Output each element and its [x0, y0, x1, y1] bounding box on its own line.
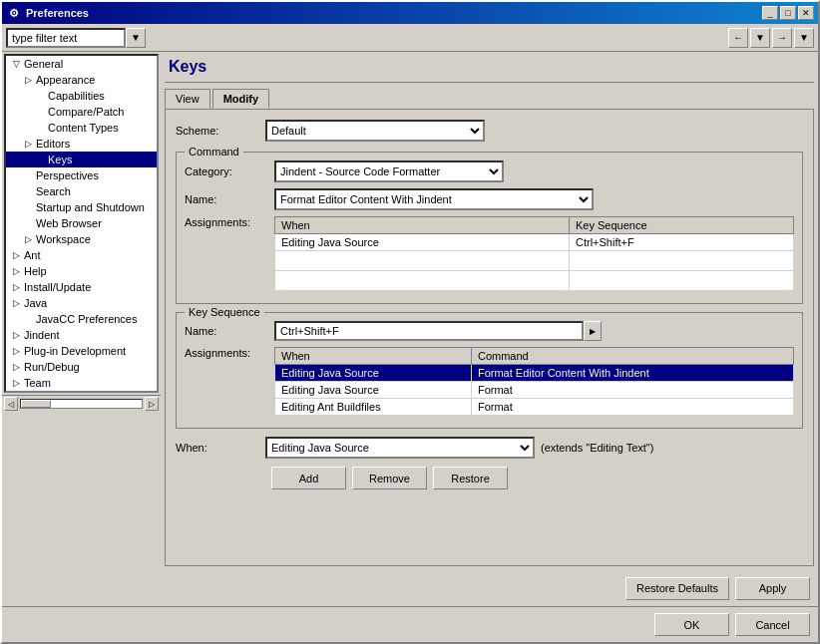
key-name-input[interactable]: [274, 321, 584, 341]
nav-dropdown-button2[interactable]: ▼: [794, 28, 814, 48]
filter-input[interactable]: [6, 28, 126, 48]
table-row[interactable]: Editing Java Source Format: [275, 382, 794, 399]
window-title: Preferences: [26, 7, 762, 19]
col-command2: Command: [471, 348, 793, 365]
table-row[interactable]: Editing Ant Buildfiles Format: [275, 399, 794, 416]
ok-button[interactable]: OK: [654, 613, 729, 636]
remove-button[interactable]: Remove: [352, 467, 427, 489]
spacer-icon: [22, 217, 34, 229]
table-row[interactable]: Editing Java Source Format Editor Conten…: [275, 365, 794, 382]
tree-item-plugin-dev[interactable]: ▷ Plug-in Development: [6, 343, 157, 359]
close-button[interactable]: ✕: [798, 6, 814, 20]
key-assignments-table: When Command Editing Java Source Format …: [274, 347, 794, 416]
tree-item-label: Jindent: [24, 329, 59, 341]
forward-button[interactable]: →: [772, 28, 792, 48]
when-cell: Editing Java Source: [275, 234, 570, 251]
back-button[interactable]: ←: [728, 28, 748, 48]
expand-icon: ▷: [22, 74, 34, 86]
key-assignments-label: Assignments:: [185, 347, 274, 359]
expand-icon: ▽: [10, 58, 22, 70]
key-name-input-wrapper: ▶: [274, 321, 602, 341]
filter-dropdown-button[interactable]: ▼: [126, 28, 146, 48]
tree-item-jindent[interactable]: ▷ Jindent: [6, 327, 157, 343]
category-select[interactable]: Jindent - Source Code Formatter: [274, 161, 504, 182]
spacer-icon: [22, 201, 34, 213]
bottom-actions: Restore Defaults Apply: [2, 570, 818, 606]
tab-view[interactable]: View: [165, 89, 210, 109]
tree-item-java[interactable]: ▷ Java: [6, 295, 157, 311]
assignments-row: Assignments: When Key Sequence: [185, 216, 794, 291]
col-when: When: [275, 217, 570, 234]
tree-item-label: Appearance: [36, 74, 95, 86]
tree-item-team[interactable]: ▷ Team: [6, 375, 157, 391]
nav-dropdown-button[interactable]: ▼: [750, 28, 770, 48]
tree-item-appearance[interactable]: ▷ Appearance: [6, 72, 157, 88]
tree-item-editors[interactable]: ▷ Editors: [6, 136, 157, 152]
cancel-button[interactable]: Cancel: [735, 613, 810, 636]
tab-modify[interactable]: Modify: [212, 89, 269, 109]
tree-item-label: Run/Debug: [24, 361, 80, 373]
when-cell: Editing Ant Buildfiles: [275, 399, 472, 416]
tree-item-javacc[interactable]: JavaCC Preferences: [6, 311, 157, 327]
table-row-empty2: [275, 271, 794, 291]
minimize-button[interactable]: _: [762, 6, 778, 20]
tree-item-label: Workspace: [36, 233, 91, 245]
maximize-button[interactable]: □: [780, 6, 796, 20]
command-group-title: Command: [185, 146, 243, 158]
tree-item-perspectives[interactable]: Perspectives: [6, 167, 157, 183]
spacer-icon: [22, 169, 34, 181]
tree-item-label: Java: [24, 297, 47, 309]
tree-item-help[interactable]: ▷ Help: [6, 263, 157, 279]
bottom-section: Restore Defaults Apply OK Cancel: [2, 570, 818, 642]
main-layout: ▽ General ▷ Appearance Capabilities Comp…: [2, 52, 818, 570]
spacer-icon: [34, 106, 46, 118]
tree-item-compare-patch[interactable]: Compare/Patch: [6, 104, 157, 120]
window-icon: ⚙: [6, 5, 22, 21]
tree-item-label: Plug-in Development: [24, 345, 126, 357]
scheme-row: Scheme: Default: [176, 120, 803, 142]
scheme-select[interactable]: Default: [265, 120, 485, 142]
tree-item-label: Web Browser: [36, 217, 102, 229]
title-bar: ⚙ Preferences _ □ ✕: [2, 2, 818, 24]
spacer-icon: [22, 185, 34, 197]
tree-item-label: Perspectives: [36, 169, 99, 181]
key-name-btn[interactable]: ▶: [584, 321, 602, 341]
when-label: When:: [176, 442, 265, 454]
tree-item-ant[interactable]: ▷ Ant: [6, 247, 157, 263]
tree-item-general[interactable]: ▽ General: [6, 56, 157, 72]
tab-content: Scheme: Default Command Category: Jinden…: [165, 110, 814, 566]
category-row: Category: Jindent - Source Code Formatte…: [185, 161, 794, 182]
table-row[interactable]: Editing Java Source Ctrl+Shift+F: [275, 234, 794, 251]
command-cell: Format: [471, 399, 793, 416]
tree-item-run-debug[interactable]: ▷ Run/Debug: [6, 359, 157, 375]
scroll-left-button[interactable]: ◁: [4, 397, 18, 411]
tree-item-capabilities[interactable]: Capabilities: [6, 88, 157, 104]
tree-item-label: Capabilities: [48, 90, 105, 102]
tree-item-keys[interactable]: Keys: [6, 152, 157, 167]
command-cell: Format: [471, 382, 793, 399]
tree-item-content-types[interactable]: Content Types: [6, 120, 157, 136]
tree-item-install-update[interactable]: ▷ Install/Update: [6, 279, 157, 295]
when-select[interactable]: Editing Java Source: [265, 437, 535, 459]
key-name-row: Name: ▶: [185, 321, 794, 341]
tree-item-startup[interactable]: Startup and Shutdown: [6, 199, 157, 215]
tree-item-label: Editors: [36, 138, 70, 150]
scroll-right-button[interactable]: ▷: [145, 397, 159, 411]
spacer-icon: [22, 313, 34, 325]
expand-icon: ▷: [22, 233, 34, 245]
right-panel: Keys View Modify Scheme: Default: [161, 52, 818, 570]
spacer-icon: [34, 90, 46, 102]
apply-button[interactable]: Apply: [735, 577, 810, 600]
restore-defaults-button[interactable]: Restore Defaults: [625, 577, 729, 600]
tree-item-label: Ant: [24, 249, 41, 261]
add-button[interactable]: Add: [271, 467, 346, 489]
command-name-select[interactable]: Format Editor Content With Jindent: [274, 188, 594, 210]
nav-buttons: ← ▼ → ▼: [728, 28, 814, 48]
tree-item-label: Team: [24, 377, 51, 389]
restore-button[interactable]: Restore: [433, 467, 508, 489]
when-cell: Editing Java Source: [275, 382, 472, 399]
tree-item-web-browser[interactable]: Web Browser: [6, 215, 157, 231]
dialog-buttons: OK Cancel: [2, 606, 818, 642]
tree-item-search[interactable]: Search: [6, 183, 157, 199]
tree-item-workspace[interactable]: ▷ Workspace: [6, 231, 157, 247]
